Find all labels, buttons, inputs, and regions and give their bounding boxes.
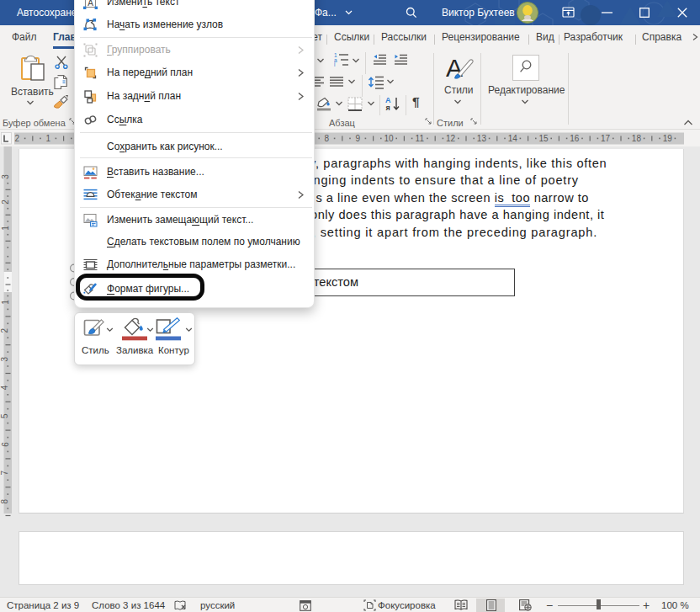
svg-text:12: 12 <box>446 134 456 143</box>
svg-text:3: 3 <box>1 356 10 361</box>
svg-text:1: 1 <box>1 300 10 305</box>
svg-text:14: 14 <box>508 134 518 143</box>
svg-text:1: 1 <box>1 226 10 231</box>
svg-text:2: 2 <box>1 328 10 333</box>
svg-text:5: 5 <box>1 413 10 418</box>
svg-text:2: 2 <box>15 134 20 143</box>
svg-text:7: 7 <box>1 471 10 476</box>
svg-text:1: 1 <box>45 134 50 143</box>
svg-text:13: 13 <box>477 134 487 143</box>
svg-text:4: 4 <box>1 385 10 390</box>
svg-text:A: A <box>88 0 93 8</box>
svg-text:18: 18 <box>632 134 642 143</box>
svg-text:6: 6 <box>1 442 10 447</box>
svg-text:2: 2 <box>1 200 10 205</box>
svg-text:15: 15 <box>538 134 549 143</box>
svg-text:19: 19 <box>663 134 673 143</box>
svg-text:11: 11 <box>416 134 425 143</box>
svg-text:9: 9 <box>355 134 360 143</box>
svg-text:8: 8 <box>325 134 330 143</box>
svg-text:3: 3 <box>1 174 10 179</box>
svg-text:17: 17 <box>601 134 611 143</box>
svg-text:i: i <box>334 61 335 67</box>
svg-text:10: 10 <box>384 134 394 143</box>
svg-text:я: я <box>386 104 390 112</box>
svg-text:8: 8 <box>1 498 10 503</box>
svg-text:16: 16 <box>570 134 580 143</box>
